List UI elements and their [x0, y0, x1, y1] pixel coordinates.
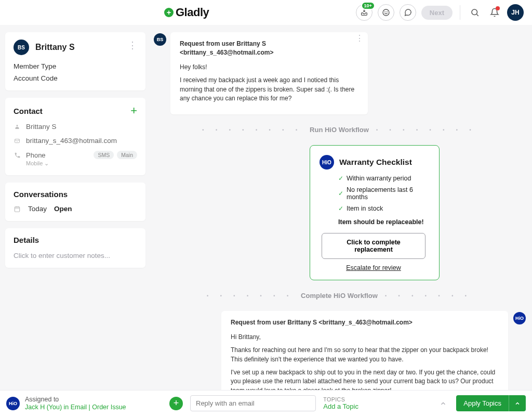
- phone-icon: [14, 152, 21, 159]
- outbound-message: ⋮ HiO Request from user Brittany S <brit…: [154, 311, 525, 390]
- escalate-link[interactable]: Escalate for review: [320, 264, 428, 271]
- details-card: Details Click to enter customer notes...: [5, 228, 145, 268]
- message-more-menu[interactable]: ⋮: [355, 36, 364, 40]
- contact-name-row: Brittany S: [14, 123, 137, 131]
- workflow-header: HiO Warranty Checklist: [320, 155, 428, 170]
- hio-badge-icon: HiO: [6, 397, 20, 410]
- checklist-text: Item in stock: [347, 205, 383, 212]
- footer-assignment: HiO Assigned to Jack H (You) in Email | …: [6, 396, 162, 411]
- checklist: ✓Within warranty period ✓No replacements…: [338, 175, 428, 212]
- call-button[interactable]: [378, 4, 394, 21]
- add-button[interactable]: +: [169, 397, 183, 410]
- compose-footer: HiO Assigned to Jack H (You) in Email | …: [0, 390, 532, 416]
- separator-label: Run HiO Workflow: [310, 126, 369, 134]
- message-greeting: Hey folks!: [180, 63, 358, 72]
- workflow-separator-complete: • • • • • • • Complete HiO Workflow • • …: [154, 292, 525, 300]
- customer-header-left: BS Brittany S: [14, 40, 75, 55]
- svg-point-3: [472, 9, 477, 15]
- person-icon: [14, 123, 21, 131]
- checklist-text: Within warranty period: [347, 175, 411, 182]
- check-icon: ✓: [338, 175, 343, 182]
- phone-pills: SMS Main: [94, 151, 137, 159]
- topics-section: TOPICS Add a Topic: [323, 396, 432, 410]
- add-topic-link[interactable]: Add a Topic: [323, 402, 432, 410]
- chevron-up-icon: [440, 400, 447, 407]
- customer-notes-input[interactable]: Click to enter customer notes...: [14, 252, 137, 259]
- checklist-text: No replacements last 6 months: [347, 186, 428, 201]
- phone-type-dropdown[interactable]: Mobile ⌄: [26, 160, 137, 167]
- assignment-text: Assigned to Jack H (You) in Email | Orde…: [25, 396, 126, 411]
- hio-badge-icon: HiO: [320, 155, 334, 170]
- customer-more-menu[interactable]: ⋮: [128, 43, 137, 51]
- apply-topics-button[interactable]: Apply Topics: [456, 395, 526, 411]
- customer-name: Brittany S: [35, 43, 75, 52]
- inbox-badge: 10+: [361, 2, 375, 10]
- assigned-to-label: Assigned to: [25, 396, 126, 404]
- main-pill[interactable]: Main: [117, 151, 137, 159]
- inbox-button[interactable]: 10+: [356, 4, 373, 21]
- apply-topics-label: Apply Topics: [456, 395, 509, 411]
- chat-button[interactable]: [400, 4, 416, 21]
- customer-card: BS Brittany S ⋮ Member Type Account Code: [5, 32, 145, 90]
- conversations-card: Conversations Today Open: [5, 183, 145, 221]
- outbound-message-card: ⋮ HiO Request from user Brittany S <brit…: [221, 311, 508, 390]
- notifications-button[interactable]: [487, 5, 502, 20]
- conversation-thread: BS ⋮ Request from user Brittany S <britt…: [151, 25, 532, 390]
- separator-dots-icon: • • • • • • •: [207, 293, 294, 298]
- separator-dots-icon: • • • • • • •: [385, 293, 472, 298]
- inbound-message-card: ⋮ Request from user Brittany S <brittany…: [170, 32, 368, 114]
- customer-header: BS Brittany S ⋮: [14, 40, 137, 55]
- contact-card: Contact + Brittany S brittany_s_463@hotm…: [5, 98, 145, 175]
- phone-smile-icon: [382, 8, 390, 17]
- logo-plus-icon: +: [164, 8, 174, 17]
- contact-email-value: brittany_s_463@hotmail.com: [26, 137, 117, 145]
- assigned-to-value: Jack H (You) in Email | Order Issue: [25, 404, 126, 411]
- envelope-icon: [14, 138, 21, 144]
- checklist-item: ✓No replacements last 6 months: [338, 186, 428, 201]
- svg-point-2: [387, 11, 387, 12]
- add-contact-button[interactable]: +: [130, 105, 137, 116]
- topics-label: TOPICS: [323, 396, 432, 402]
- message-author-avatar: BS: [154, 33, 166, 46]
- conversations-title: Conversations: [14, 190, 137, 199]
- customer-avatar: BS: [14, 40, 29, 55]
- collapse-footer-button[interactable]: [440, 400, 447, 407]
- message-body: Hey folks! I received my backpack just a…: [180, 63, 358, 103]
- user-avatar[interactable]: JH: [507, 4, 524, 21]
- sms-pill[interactable]: SMS: [94, 151, 114, 159]
- svg-point-1: [384, 11, 385, 12]
- message-subject: Request from user Brittany S <brittany_s…: [231, 318, 499, 327]
- account-code-label: Account Code: [14, 74, 137, 82]
- header-center: + Gladly: [164, 6, 356, 19]
- conversation-day: Today: [28, 205, 47, 213]
- check-icon: ✓: [338, 190, 343, 197]
- brand-logo: + Gladly: [164, 6, 209, 19]
- svg-point-0: [383, 9, 389, 16]
- workflow-separator-run: • • • • • • • • Run HiO Workflow • • • •…: [154, 126, 525, 134]
- app-body: BS Brittany S ⋮ Member Type Account Code…: [0, 25, 532, 390]
- logo-text: Gladly: [176, 6, 209, 19]
- assigned-topic[interactable]: Order Issue: [92, 404, 126, 411]
- chat-bubble-icon: [404, 8, 412, 17]
- message-p1: Thanks for reaching out here and I'm so …: [231, 346, 499, 364]
- next-button[interactable]: Next: [421, 6, 453, 20]
- sidebar: BS Brittany S ⋮ Member Type Account Code…: [0, 25, 151, 390]
- reply-input[interactable]: Reply with an email: [190, 395, 316, 411]
- message-body: Hi Brittany, Thanks for reaching out her…: [231, 333, 499, 390]
- member-type-label: Member Type: [14, 62, 137, 70]
- inbound-message: BS ⋮ Request from user Brittany S <britt…: [154, 32, 525, 114]
- message-p2: I've set up a new backpack to ship out t…: [231, 368, 499, 390]
- conversation-row[interactable]: Today Open: [14, 205, 137, 213]
- workflow-title: Warranty Checklist: [339, 158, 412, 167]
- separator-dots-icon: • • • • • • • •: [376, 127, 476, 133]
- contact-name-value: Brittany S: [26, 123, 57, 131]
- assigned-agent[interactable]: Jack H (You) in Email: [25, 404, 87, 411]
- complete-replacement-button[interactable]: Click to complete replacement: [322, 233, 425, 259]
- notification-dot-icon: [496, 6, 500, 10]
- contact-email-row: brittany_s_463@hotmail.com: [14, 137, 137, 145]
- search-icon: [470, 8, 480, 17]
- header-divider: [460, 5, 460, 20]
- conversation-status: Open: [54, 205, 72, 213]
- search-button[interactable]: [468, 5, 482, 20]
- contact-title: Contact: [14, 107, 43, 115]
